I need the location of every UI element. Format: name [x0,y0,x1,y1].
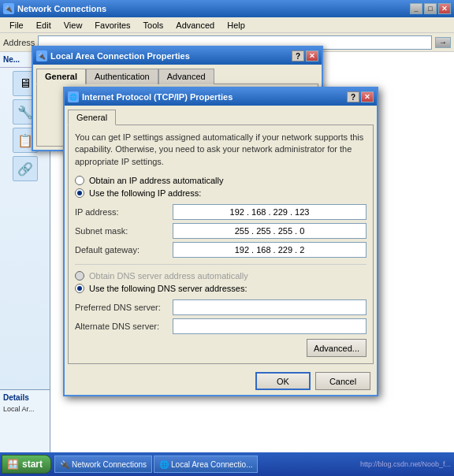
menu-view[interactable]: View [58,19,89,32]
titlebar-controls: _ □ ✕ [410,3,451,14]
tcpip-dialog: 🌐 Internet Protocol (TCP/IP) Properties … [63,87,378,396]
tcpip-tab-strip: General [65,106,377,125]
radio-use-following-dns[interactable]: Use the following DNS server addresses: [75,284,367,293]
radio-obtain-ip-circle[interactable] [75,176,84,185]
sidebar-icon-4[interactable]: 🔗 [13,156,38,181]
ok-button[interactable]: OK [255,372,311,390]
ip-address-row: IP address: [75,204,367,220]
radio-use-following-ip-circle[interactable] [75,188,84,198]
default-gateway-label: Default gateway: [75,245,169,255]
ip-radio-group: Obtain an IP address automatically Use t… [75,176,367,198]
subnet-mask-label: Subnet mask: [75,226,169,236]
default-gateway-input[interactable] [173,242,367,258]
tab-general[interactable]: General [36,69,86,84]
taskbar-label-2: Local Area Connectio... [171,460,252,469]
local-area-label: Local Ar... [3,405,47,413]
ip-address-input[interactable] [173,204,367,220]
radio-use-following-ip[interactable]: Use the following IP address: [75,188,367,198]
divider [75,264,367,265]
tcpip-close-button[interactable]: ✕ [361,91,374,102]
dns-radio-group: Obtain DNS server address automatically … [75,271,367,293]
preferred-dns-input[interactable] [173,299,367,315]
start-button[interactable]: 🪟 start [2,455,51,474]
tcpip-tab-general[interactable]: General [68,110,116,125]
radio-use-following-dns-label: Use the following DNS server addresses: [89,284,247,293]
titlebar-left: 🔌 Network Connections [3,3,106,14]
lac-tab-strip: General Authentication Advanced [33,65,322,84]
close-button[interactable]: ✕ [438,3,451,14]
lac-title: Local Area Connection Properties [50,51,190,61]
tab-advanced[interactable]: Advanced [158,69,214,84]
taskbar-url: http://blog.csdn.net/Noob_f... [357,460,454,468]
tcpip-content: You can get IP settings assigned automat… [68,125,374,364]
lac-help-button[interactable]: ? [292,50,304,61]
tcpip-titlebar: 🌐 Internet Protocol (TCP/IP) Properties … [65,88,377,106]
alternate-dns-row: Alternate DNS server: [75,318,367,334]
net-connections-icon: 🔌 [3,3,14,14]
tcpip-titlebar-left: 🌐 Internet Protocol (TCP/IP) Properties [68,91,233,102]
alternate-dns-label: Alternate DNS server: [75,322,169,331]
taskbar-icon-1: 🔌 [60,460,69,469]
dns-form: Preferred DNS server: Alternate DNS serv… [75,299,367,334]
lac-titlebar-controls: ? ✕ [292,50,318,61]
net-connections-titlebar: 🔌 Network Connections _ □ ✕ [0,0,454,17]
taskbar-item-1[interactable]: 🔌 Network Connections [54,456,152,473]
tcpip-titlebar-controls: ? ✕ [347,91,374,102]
taskbar-label-1: Network Connections [72,460,147,469]
lac-titlebar: 🔌 Local Area Connection Properties ? ✕ [33,47,322,65]
start-label: start [22,459,43,470]
menu-help[interactable]: Help [221,19,251,32]
tcpip-dialog-buttons: OK Cancel [65,367,377,395]
taskbar-icon-2: 🌐 [159,460,169,469]
lac-icon: 🔌 [36,50,47,61]
details-title: Details [3,393,47,402]
lac-titlebar-left: 🔌 Local Area Connection Properties [36,50,190,61]
address-go-button[interactable]: → [435,37,451,48]
net-connections-title: Network Connections [17,4,106,13]
start-icon: 🪟 [7,459,19,470]
preferred-dns-label: Preferred DNS server: [75,303,169,312]
maximize-button[interactable]: □ [424,3,437,14]
default-gateway-row: Default gateway: [75,242,367,258]
sidebar-net-label: Ne... [3,55,20,64]
tcpip-icon: 🌐 [68,91,79,102]
menu-tools[interactable]: Tools [137,19,170,32]
details-panel: Details Local Ar... [0,389,50,452]
tab-authentication[interactable]: Authentication [86,69,158,84]
ip-address-label: IP address: [75,207,169,217]
tcpip-title: Internet Protocol (TCP/IP) Properties [82,92,233,102]
advanced-btn-row: Advanced... [75,339,367,357]
ip-form: IP address: Subnet mask: Default gateway… [75,204,367,258]
menu-edit[interactable]: Edit [30,19,58,32]
menu-bar: File Edit View Favorites Tools Advanced … [0,17,454,33]
radio-obtain-dns[interactable]: Obtain DNS server address automatically [75,271,367,281]
preferred-dns-row: Preferred DNS server: [75,299,367,315]
advanced-button[interactable]: Advanced... [307,339,367,357]
radio-obtain-ip-label: Obtain an IP address automatically [89,176,223,185]
alternate-dns-input[interactable] [173,318,367,334]
menu-advanced[interactable]: Advanced [169,19,221,32]
menu-file[interactable]: File [3,19,30,32]
cancel-button[interactable]: Cancel [315,372,370,390]
subnet-mask-input[interactable] [173,223,367,239]
radio-obtain-dns-circle[interactable] [75,271,84,281]
tcpip-help-button[interactable]: ? [347,91,359,102]
taskbar: 🪟 start 🔌 Network Connections 🌐 Local Ar… [0,452,454,476]
taskbar-item-2[interactable]: 🌐 Local Area Connectio... [154,456,258,473]
tcpip-info-text: You can get IP settings assigned automat… [75,132,367,168]
taskbar-items: 🔌 Network Connections 🌐 Local Area Conne… [54,456,357,473]
radio-obtain-dns-label: Obtain DNS server address automatically [89,271,248,281]
minimize-button[interactable]: _ [410,3,422,14]
radio-obtain-ip[interactable]: Obtain an IP address automatically [75,176,367,185]
lac-close-button[interactable]: ✕ [306,50,318,61]
address-label: Address [3,38,35,47]
radio-use-following-ip-label: Use the following IP address: [89,188,201,198]
menu-favorites[interactable]: Favorites [88,19,136,32]
radio-use-following-dns-circle[interactable] [75,284,84,293]
subnet-mask-row: Subnet mask: [75,223,367,239]
